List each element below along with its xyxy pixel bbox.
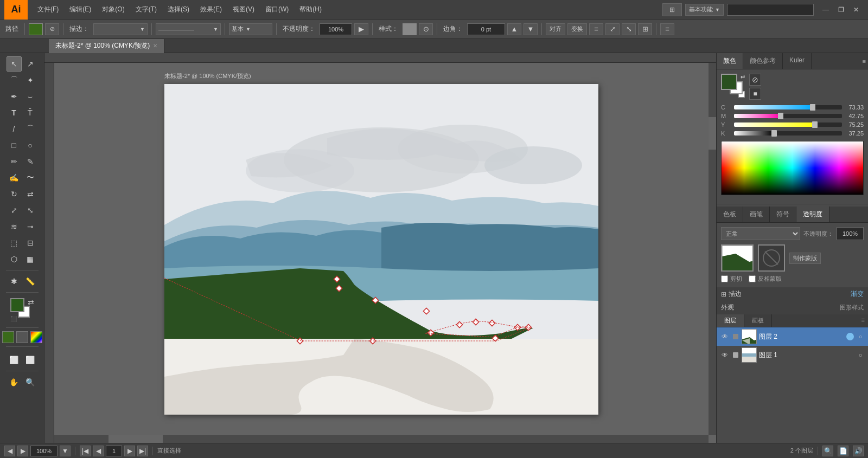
- menu-object[interactable]: 对象(O): [97, 0, 130, 20]
- page-status-icon[interactable]: 📄: [838, 446, 848, 456]
- tab-swatches[interactable]: 色板: [717, 207, 743, 222]
- style-options[interactable]: ⊙: [419, 23, 433, 35]
- swap-colors-btn[interactable]: ⇄: [741, 74, 745, 80]
- k-slider-thumb[interactable]: [771, 130, 777, 137]
- default-colors-icon[interactable]: ⬛: [10, 316, 17, 322]
- paintbrush-tool[interactable]: ✏: [7, 154, 22, 169]
- mask-preview[interactable]: [758, 244, 785, 272]
- workspace-switcher[interactable]: 基本功能 ▼: [685, 4, 724, 16]
- layer-2-target-icon[interactable]: [846, 333, 854, 340]
- menu-edit[interactable]: 编辑(E): [64, 0, 97, 20]
- appearance-header[interactable]: 外观 图形样式: [717, 301, 868, 314]
- menu-file[interactable]: 文件(F): [32, 0, 64, 20]
- zoom-next-btn[interactable]: ▶: [17, 446, 28, 456]
- corner-up[interactable]: ▲: [507, 23, 521, 35]
- select-tool[interactable]: ↖: [7, 56, 22, 72]
- pen-tool[interactable]: ✒: [7, 89, 22, 104]
- swap-colors-icon[interactable]: ⇄: [28, 298, 34, 307]
- corner-input[interactable]: [467, 23, 505, 35]
- page-next-btn[interactable]: ▶: [124, 446, 135, 456]
- restore-button[interactable]: ❐: [833, 2, 848, 17]
- type-tool[interactable]: T: [7, 105, 22, 120]
- zoom-down-btn[interactable]: ▼: [60, 446, 71, 456]
- magic-wand-tool[interactable]: ✦: [23, 73, 38, 88]
- search-status-icon[interactable]: 🔍: [822, 446, 833, 456]
- arc-tool[interactable]: ⌒: [23, 121, 38, 137]
- none-stroke-btn[interactable]: ⊘: [749, 74, 761, 86]
- blend-tool[interactable]: ⬡: [7, 251, 22, 267]
- close-button[interactable]: ✕: [848, 2, 864, 17]
- pencil-tool[interactable]: ✍: [7, 170, 22, 185]
- curvature-tool[interactable]: ⌣: [23, 89, 38, 104]
- vertical-type-tool[interactable]: T̂: [23, 105, 38, 120]
- fg-color-swatch[interactable]: [721, 74, 737, 90]
- layer-1-visibility-icon[interactable]: 👁: [720, 350, 730, 360]
- menu-help[interactable]: 帮助(H): [294, 0, 327, 20]
- tab-color-guide[interactable]: 颜色参考: [743, 53, 783, 69]
- hand-tool[interactable]: ✋: [7, 375, 22, 390]
- blob-brush-tool[interactable]: ✎: [23, 154, 38, 169]
- minimize-button[interactable]: —: [818, 2, 833, 17]
- foreground-swatch[interactable]: [10, 298, 24, 312]
- transform-button[interactable]: 变换: [567, 23, 587, 35]
- zoom-input[interactable]: [30, 446, 58, 456]
- tab-brushes[interactable]: 画笔: [743, 207, 770, 222]
- menu-text[interactable]: 文字(T): [130, 0, 162, 20]
- y-slider-thumb[interactable]: [812, 121, 818, 128]
- invert-checkbox[interactable]: [749, 275, 756, 282]
- menu-window[interactable]: 窗口(W): [260, 0, 294, 20]
- layers-tab[interactable]: 图层: [717, 314, 744, 327]
- opacity-input[interactable]: [320, 23, 352, 35]
- rect-tool[interactable]: □: [7, 138, 22, 153]
- zoom-prev-btn[interactable]: ◀: [4, 446, 15, 456]
- more-btn[interactable]: ≡: [589, 23, 603, 35]
- draw-behind-tool[interactable]: ⬜: [23, 352, 38, 367]
- audio-status-icon[interactable]: 🔊: [853, 446, 864, 456]
- stroke-header[interactable]: ⊞ 描边 渐变: [717, 287, 868, 301]
- solid-fill-btn[interactable]: ■: [749, 88, 761, 100]
- fill-color[interactable]: [29, 23, 43, 35]
- color-spectrum[interactable]: [721, 141, 864, 195]
- page-last-btn[interactable]: ▶|: [137, 446, 148, 456]
- grid-icon-btn[interactable]: ⊞: [662, 3, 682, 16]
- graph-tool[interactable]: ▦: [23, 251, 38, 267]
- free-transform-tool[interactable]: ⬚: [7, 235, 22, 250]
- opacity-value-input[interactable]: [837, 227, 864, 240]
- fill-mode-btn[interactable]: [2, 331, 14, 343]
- opacity-arrow-right[interactable]: ▶: [354, 23, 368, 35]
- menu-effect[interactable]: 效果(E): [195, 0, 227, 20]
- search-input[interactable]: [727, 4, 814, 16]
- horizontal-scrollbar[interactable]: [54, 435, 709, 443]
- lasso-tool[interactable]: ⌒: [7, 73, 22, 88]
- layer-1-lock-icon[interactable]: ○: [856, 351, 865, 359]
- icon-btn4[interactable]: ⊞: [638, 23, 652, 35]
- tab-transparency[interactable]: 透明度: [796, 207, 829, 222]
- menu-select[interactable]: 选择(S): [162, 0, 195, 20]
- c-slider-track[interactable]: [734, 105, 842, 109]
- stroke-value[interactable]: 渐变: [851, 289, 864, 299]
- direct-select-tool[interactable]: ↗: [23, 56, 38, 72]
- style-swatch[interactable]: [403, 23, 417, 35]
- measure-tool[interactable]: 📏: [23, 274, 38, 289]
- perspective-tool[interactable]: ⊟: [23, 235, 38, 250]
- gradient-mode-btn[interactable]: [30, 331, 42, 343]
- k-slider-track[interactable]: [734, 131, 842, 136]
- artboard[interactable]: [164, 84, 598, 415]
- basic-dropdown[interactable]: 基本▼: [229, 23, 272, 35]
- line-tool[interactable]: /: [7, 121, 22, 137]
- width-tool[interactable]: ⊸: [23, 219, 38, 234]
- m-slider-track[interactable]: [734, 114, 842, 118]
- zoom-tool[interactable]: 🔍: [23, 375, 38, 390]
- layer-2-row[interactable]: 👁 图层 2 ○: [717, 327, 868, 346]
- tab-color[interactable]: 颜色: [717, 53, 743, 69]
- y-slider-track[interactable]: [734, 122, 842, 127]
- ellipse-tool[interactable]: ○: [23, 138, 38, 153]
- warp-tool[interactable]: ≋: [7, 219, 22, 234]
- rotate-tool[interactable]: ↻: [7, 186, 22, 202]
- eyedropper-tool[interactable]: ✱: [7, 274, 22, 289]
- document-tab[interactable]: 未标题-2* @ 100% (CMYK/预览) ✕: [49, 39, 164, 53]
- page-first-btn[interactable]: |◀: [80, 446, 91, 456]
- make-mask-button[interactable]: 制作蒙版: [789, 253, 821, 264]
- stroke-dropdown[interactable]: ▼: [93, 23, 148, 35]
- corner-down[interactable]: ▼: [524, 23, 538, 35]
